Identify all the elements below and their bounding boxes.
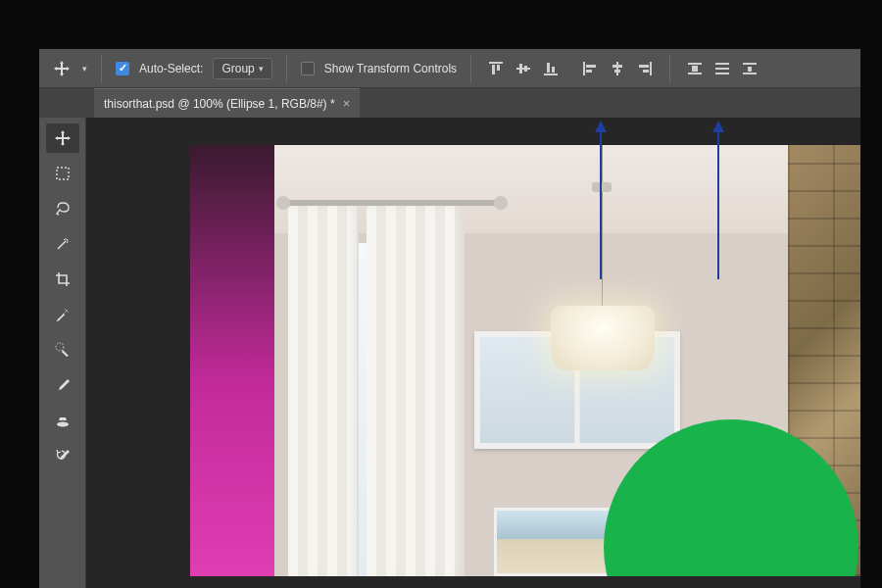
svg-point-29: [57, 422, 69, 427]
svg-rect-6: [544, 74, 558, 75]
pendant-lamp: [551, 306, 655, 370]
svg-rect-16: [639, 65, 649, 68]
svg-rect-8: [552, 67, 555, 73]
svg-rect-1: [492, 65, 495, 74]
svg-rect-9: [583, 62, 585, 75]
tool-preset-caret-icon[interactable]: ▾: [82, 64, 87, 74]
distribute-bottom-button[interactable]: [739, 58, 760, 79]
auto-select-label: Auto-Select:: [139, 62, 203, 75]
auto-select-checkbox[interactable]: ✓: [116, 62, 129, 75]
align-vertical-group: [579, 58, 656, 79]
move-tool-indicator[interactable]: [49, 56, 74, 81]
canvas-area[interactable]: [86, 118, 860, 588]
move-icon: [53, 60, 71, 77]
show-transform-label: Show Transform Controls: [324, 62, 457, 75]
dropdown-value: Group: [221, 62, 254, 75]
close-tab-icon[interactable]: ×: [343, 96, 351, 111]
photoshop-window: ▾ ✓ Auto-Select: Group ▾ Show Transform …: [39, 49, 860, 588]
align-top-edges-button[interactable]: [485, 58, 507, 79]
align-left-edges-button[interactable]: [579, 58, 601, 79]
svg-rect-7: [547, 63, 550, 73]
svg-rect-11: [586, 70, 592, 73]
svg-rect-3: [516, 68, 530, 70]
svg-rect-10: [586, 65, 596, 68]
rod-finial-right: [494, 196, 508, 210]
move-tool[interactable]: [46, 123, 79, 153]
svg-rect-5: [524, 66, 527, 72]
document-tab-bar: thisorthat.psd @ 100% (Ellipse 1, RGB/8#…: [39, 88, 860, 118]
divider: [101, 55, 102, 82]
rectangular-marquee-tool[interactable]: [46, 159, 79, 188]
svg-rect-0: [489, 62, 503, 64]
svg-rect-22: [715, 68, 729, 70]
align-horizontal-group: [485, 58, 562, 79]
brush-tool[interactable]: [46, 370, 79, 400]
divider: [470, 55, 471, 82]
history-brush-tool[interactable]: [46, 441, 79, 470]
divider: [669, 55, 670, 82]
gradient-layer: [190, 145, 274, 576]
magic-wand-tool[interactable]: [46, 229, 79, 259]
options-bar: ▾ ✓ Auto-Select: Group ▾ Show Transform …: [39, 49, 860, 88]
chevron-down-icon: ▾: [259, 64, 264, 74]
lasso-tool[interactable]: [46, 194, 79, 223]
document-tab[interactable]: thisorthat.psd @ 100% (Ellipse 1, RGB/8#…: [94, 88, 360, 118]
svg-rect-2: [497, 65, 500, 71]
svg-rect-14: [614, 70, 620, 73]
show-transform-checkbox[interactable]: [301, 62, 315, 75]
curtain-right: [367, 206, 465, 576]
svg-rect-26: [748, 67, 752, 72]
left-toolbar: [39, 118, 86, 588]
annotation-arrow-1: [600, 122, 602, 279]
svg-rect-15: [650, 62, 652, 75]
svg-rect-17: [643, 70, 649, 73]
align-bottom-edges-button[interactable]: [540, 58, 562, 79]
svg-point-28: [56, 343, 64, 351]
crop-tool[interactable]: [46, 265, 79, 294]
spot-healing-brush-tool[interactable]: [46, 335, 79, 365]
svg-rect-4: [519, 64, 522, 74]
svg-rect-12: [616, 62, 618, 75]
auto-select-target-dropdown[interactable]: Group ▾: [213, 58, 271, 79]
svg-rect-18: [688, 63, 702, 65]
document-tab-title: thisorthat.psd @ 100% (Ellipse 1, RGB/8#…: [104, 97, 335, 111]
clone-stamp-tool[interactable]: [46, 406, 79, 435]
svg-rect-20: [692, 66, 698, 72]
svg-rect-25: [743, 73, 757, 74]
svg-rect-21: [715, 63, 729, 65]
svg-rect-27: [57, 168, 69, 179]
distribute-top-button[interactable]: [684, 58, 706, 79]
align-right-edges-button[interactable]: [634, 58, 656, 79]
pendant-canopy: [592, 182, 612, 192]
work-area: [39, 118, 860, 588]
distribute-group: [684, 58, 760, 79]
annotation-arrow-2: [717, 122, 719, 279]
svg-rect-13: [612, 65, 622, 68]
eyedropper-tool[interactable]: [46, 300, 79, 329]
curtain-left: [288, 206, 359, 576]
svg-rect-19: [688, 73, 702, 74]
distribute-vcenter-button[interactable]: [711, 58, 733, 79]
align-vertical-centers-button[interactable]: [513, 58, 534, 79]
svg-rect-24: [743, 63, 757, 65]
pendant-wire: [602, 145, 603, 312]
divider: [286, 55, 287, 82]
room-ceiling: [274, 145, 860, 233]
align-horizontal-centers-button[interactable]: [607, 58, 628, 79]
svg-rect-23: [715, 73, 729, 74]
document-canvas[interactable]: [190, 145, 860, 576]
